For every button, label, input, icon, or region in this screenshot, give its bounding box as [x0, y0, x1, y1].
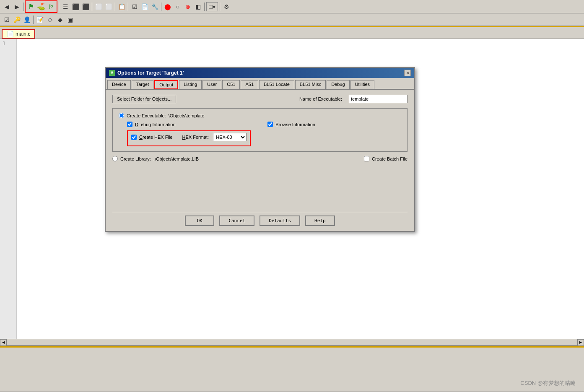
v-logo-icon: V: [109, 70, 115, 76]
hex-file-red-box: Create HEX File HEX Format: HEX-80 HEX-3…: [127, 130, 251, 146]
watermark: CSDN @有梦想的咕唵: [520, 379, 576, 387]
debug-info-checkbox[interactable]: [127, 122, 132, 127]
toolbar-btn10[interactable]: ☑: [130, 2, 139, 11]
line-numbers: 1: [0, 39, 17, 339]
dialog-close-btn[interactable]: ✕: [404, 70, 411, 76]
tab-bl51locate[interactable]: BL51 Locate: [259, 80, 294, 89]
options-dialog[interactable]: V Options for Target 'Target 1' ✕ Device…: [105, 67, 415, 232]
tab-output[interactable]: Output: [154, 80, 178, 89]
dialog-tabs: Device Target Output Listing User C51 A5…: [106, 78, 414, 90]
scroll-left-btn[interactable]: ◀: [0, 339, 7, 346]
clean-btn[interactable]: 🏳: [47, 2, 56, 11]
dialog-titlebar: V Options for Target 'Target 1' ✕: [106, 68, 414, 78]
toolbar-btn5[interactable]: ⬛: [71, 2, 80, 11]
create-hex-checkbox[interactable]: [131, 135, 137, 140]
sep9: [33, 16, 34, 24]
toolbar-btn17[interactable]: □▾: [206, 2, 218, 11]
toolbar-btn4[interactable]: ☰: [61, 2, 70, 11]
name-exec-input[interactable]: [349, 95, 408, 103]
file-icon: 📄: [7, 31, 14, 37]
create-library-row: Create Library: .\Objects\template.LIB C…: [112, 156, 408, 161]
toolbar-btn12[interactable]: 🔧: [150, 2, 159, 11]
hex-format-label: HEX Format:: [182, 135, 209, 140]
toolbar-btn6[interactable]: ⬛: [81, 2, 90, 11]
create-library-label: Create Library: .\Objects\template.LIB: [120, 156, 199, 161]
create-batch-checkbox[interactable]: [364, 156, 369, 161]
create-exec-radio[interactable]: [119, 113, 124, 118]
ide-background: ◀ ▶ ⚑ ⛳ 🏳 ☰ ⬛ ⬛ ⬜ ⬜ 📋 ☑ 📄 🔧 ⬤ ○ ⊗ ◧ □▾ ⚙: [0, 0, 584, 392]
dialog-title-area: V Options for Target 'Target 1': [109, 70, 184, 76]
toolbar-row1: ◀ ▶ ⚑ ⛳ 🏳 ☰ ⬛ ⬛ ⬜ ⬜ 📋 ☑ 📄 🔧 ⬤ ○ ⊗ ◧ □▾ ⚙: [0, 0, 584, 13]
toolbar-btn9[interactable]: 📋: [117, 2, 126, 11]
toolbar2-btn2[interactable]: 🔑: [12, 15, 21, 24]
toolbar2-btn5[interactable]: ◇: [45, 15, 55, 24]
tab-listing[interactable]: Listing: [179, 80, 202, 89]
tab-utilities[interactable]: Utilities: [350, 80, 374, 89]
tab-bl51misc[interactable]: BL51 Misc: [295, 80, 326, 89]
sep8: [220, 3, 220, 11]
toolbar2-btn1[interactable]: ☑: [2, 15, 11, 24]
tab-c51[interactable]: C51: [222, 80, 240, 89]
sep5: [128, 3, 128, 11]
tab-area: 📄 main.c: [0, 27, 584, 39]
right-col: Browse Information: [267, 122, 315, 146]
toolbar-btn7[interactable]: ⬜: [94, 2, 103, 11]
hscroll-area: ◀ ▶: [0, 339, 584, 345]
select-folder-btn[interactable]: Select Folder for Objects...: [112, 95, 176, 103]
name-exec-label: Name of Executable:: [299, 96, 342, 101]
tab-target[interactable]: Target: [132, 80, 154, 89]
browse-info-checkbox[interactable]: [267, 122, 273, 127]
create-hex-row: Create HEX File HEX Format: HEX-80 HEX-3…: [131, 133, 247, 141]
toolbar-btn16[interactable]: ◧: [193, 2, 202, 11]
toolbar-btn15[interactable]: ⊗: [183, 2, 192, 11]
defaults-btn[interactable]: Defaults: [260, 215, 300, 226]
debug-info-label: D: [135, 122, 138, 127]
toolbar2-btn7[interactable]: ▣: [65, 15, 75, 24]
sep2: [59, 3, 59, 11]
tab-a51[interactable]: A51: [241, 80, 258, 89]
ok-btn[interactable]: OK: [185, 215, 214, 226]
create-exec-label: Create Executable: \Objects\template: [127, 113, 204, 118]
debug-info-label2: ebug Information: [141, 122, 176, 127]
sep3: [92, 3, 92, 11]
sep4: [115, 3, 115, 11]
create-hex-label: Create HEX File: [139, 135, 172, 140]
tab-debug[interactable]: Debug: [327, 80, 349, 89]
toolbar2-btn3[interactable]: 👤: [22, 15, 31, 24]
bottom-buttons: OK Cancel Defaults Help: [112, 212, 408, 226]
cancel-btn[interactable]: Cancel: [219, 215, 254, 226]
toolbar-btn11[interactable]: 📄: [140, 2, 149, 11]
yellow-bar-bottom: [0, 346, 584, 348]
sep1: [23, 3, 23, 11]
help-btn[interactable]: Help: [305, 215, 335, 226]
toolbar-row2: ☑ 🔑 👤 📝 ◇ ◆ ▣: [0, 13, 584, 26]
toolbar2-btn6[interactable]: ◆: [55, 15, 65, 24]
bottom-panel: [0, 345, 584, 392]
browse-info-row: Browse Information: [267, 122, 315, 127]
rebuild-btn[interactable]: ⛳: [36, 2, 46, 11]
forward-btn[interactable]: ▶: [12, 2, 21, 11]
create-library-radio[interactable]: [112, 156, 118, 161]
toolbar-btn8[interactable]: ⬜: [104, 2, 113, 11]
tab-user[interactable]: User: [202, 80, 221, 89]
hex-format-select[interactable]: HEX-80 HEX-386: [213, 133, 247, 141]
sep6: [161, 3, 161, 11]
build-btn[interactable]: ⚑: [26, 2, 36, 11]
toolbar2-btn4[interactable]: 📝: [35, 15, 44, 24]
options-group: Create Executable: \Objects\template Deb…: [112, 108, 408, 152]
dialog-title-text: Options for Target 'Target 1': [117, 70, 184, 76]
sep7: [204, 3, 205, 11]
tab-device[interactable]: Device: [107, 80, 131, 89]
spacer: [112, 161, 408, 212]
browse-info-label: Browse Information: [275, 122, 315, 127]
toolbar-btn13[interactable]: ⬤: [163, 2, 172, 11]
main-c-tab[interactable]: 📄 main.c: [2, 29, 35, 39]
scroll-right-btn[interactable]: ▶: [577, 339, 584, 346]
dialog-body: Select Folder for Objects... Name of Exe…: [106, 90, 414, 231]
debug-info-row: Debug Information: [127, 122, 251, 127]
toolbar-btn14[interactable]: ○: [173, 2, 182, 11]
back-btn[interactable]: ◀: [2, 2, 11, 11]
left-col: Debug Information Create HEX File HEX Fo…: [127, 122, 251, 146]
toolbar-red-group: ⚑ ⛳ 🏳: [25, 0, 57, 13]
toolbar-btn18[interactable]: ⚙: [222, 2, 231, 11]
